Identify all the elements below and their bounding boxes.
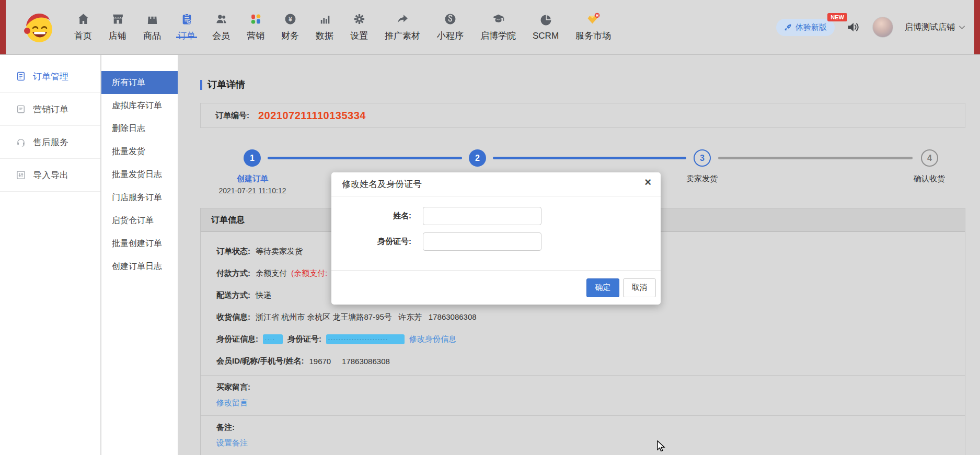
submenu-item-batch-create-orders[interactable]: 批量创建订单 — [101, 232, 178, 255]
member-info-label: 会员ID/昵称/手机号/姓名: — [216, 356, 304, 366]
id-number-input[interactable] — [423, 232, 541, 251]
order-number-panel: 订单编号: 202107211110135334 — [200, 103, 965, 128]
app-logo — [22, 9, 55, 44]
nav-label: 首页 — [74, 30, 92, 42]
storefront-icon — [111, 13, 124, 26]
nav-label: 设置 — [350, 30, 368, 42]
nav-label: 启博学院 — [480, 30, 516, 42]
step-time-create-order: 2021-07-21 11:10:12 — [219, 186, 286, 195]
nav-item-scrm[interactable]: SCRM — [524, 14, 567, 41]
submenu-item-store-service-orders[interactable]: 门店服务订单 — [101, 186, 178, 209]
edit-identity-link[interactable]: 修改身份信息 — [409, 334, 456, 344]
sidebar-item-import-export[interactable]: 导入导出 — [0, 159, 100, 192]
id-name-redacted-chip: ···· — [263, 334, 283, 344]
step-circle-confirm-receipt: 4 — [921, 149, 938, 167]
member-info-value: 19670 17863086308 — [309, 357, 390, 366]
confirm-button[interactable]: 确定 — [586, 278, 619, 297]
headset-icon — [16, 137, 26, 147]
submenu-item-batch-shipping[interactable]: 批量发货 — [101, 140, 178, 163]
nav-item-finance[interactable]: ¥ 财务 — [273, 13, 307, 42]
nav-item-marketing[interactable]: 营销 — [238, 13, 273, 42]
svg-text:H: H — [595, 14, 598, 18]
store-account-menu[interactable]: 启博测试店铺 — [905, 22, 965, 33]
modal-title: 修改姓名及身份证号 — [342, 178, 422, 190]
nav-item-shop[interactable]: 店铺 — [100, 13, 135, 42]
main-nav: 首页 店铺 商品 订单 会员 营销 ¥ — [66, 0, 619, 54]
edit-message-link[interactable]: 修改留言 — [216, 398, 248, 408]
nav-item-data[interactable]: 数据 — [307, 13, 342, 42]
nav-item-promo[interactable]: 推广素材 — [376, 13, 429, 42]
name-field-row: 姓名: — [331, 207, 661, 225]
submenu-item-create-order-log[interactable]: 创建订单日志 — [101, 255, 178, 278]
nav-label: 推广素材 — [385, 30, 420, 42]
nav-item-miniprogram[interactable]: 小程序 — [429, 13, 472, 42]
nav-label: 服务市场 — [575, 30, 611, 42]
id-number-label: 身份证号: — [287, 334, 321, 344]
topbar-right-cluster: 体验新版 NEW 启博测试店铺 — [776, 0, 965, 54]
shopping-bag-icon — [146, 13, 159, 26]
name-field-label: 姓名: — [331, 211, 411, 221]
nav-item-academy[interactable]: 启博学院 — [472, 13, 524, 42]
submenu-item-qihuo-warehouse-orders[interactable]: 启货仓订单 — [101, 209, 178, 232]
member-info-row: 会员ID/昵称/手机号/姓名: 19670 17863086308 — [216, 350, 965, 372]
modal-close-icon[interactable]: × — [644, 177, 651, 188]
buyer-message-label: 买家留言: — [216, 382, 965, 392]
buyer-message-block: 买家留言: 修改留言 — [201, 376, 965, 415]
mouse-cursor — [656, 440, 668, 453]
nav-label: 订单 — [178, 30, 195, 42]
graduation-cap-icon — [492, 13, 505, 26]
page-title-text: 订单详情 — [207, 78, 245, 91]
shipping-address-value: 浙江省 杭州市 余杭区 龙王塘路87-95号 许东芳 17863086308 — [256, 312, 477, 322]
shipping-address-row: 收货信息: 浙江省 杭州市 余杭区 龙王塘路87-95号 许东芳 1786308… — [216, 306, 965, 328]
announcement-speaker-icon[interactable] — [846, 20, 861, 34]
sidebar-item-marketing-orders[interactable]: 营销订单 — [0, 93, 100, 126]
modal-header: 修改姓名及身份证号 — [331, 172, 661, 196]
step-circle-create-order: 1 — [244, 149, 261, 167]
page-title: 订单详情 — [200, 78, 245, 91]
cancel-button[interactable]: 取消 — [623, 278, 656, 297]
miniprogram-icon — [444, 13, 457, 26]
home-icon — [77, 13, 90, 26]
name-input[interactable] — [423, 207, 541, 225]
remark-label: 备注: — [216, 423, 965, 433]
sidebar-item-after-sales[interactable]: 售后服务 — [0, 126, 100, 159]
nav-label: 营销 — [247, 30, 264, 42]
nav-item-service-market[interactable]: H 服务市场 — [567, 13, 619, 42]
import-export-icon — [16, 170, 26, 180]
store-avatar[interactable] — [872, 17, 893, 38]
step-circle-seller-ship: 3 — [694, 149, 711, 167]
nav-item-orders[interactable]: 订单 — [169, 13, 204, 42]
edit-name-id-modal: 修改姓名及身份证号 × 姓名: 身份证号: 确定 取消 — [331, 172, 661, 305]
remark-block: 备注: 设置备注 — [201, 416, 965, 455]
sidebar-item-order-management[interactable]: 订单管理 — [0, 60, 100, 93]
submenu-item-batch-shipping-log[interactable]: 批量发货日志 — [101, 163, 178, 186]
submenu-item-virtual-stock-orders[interactable]: 虚拟库存订单 — [101, 94, 178, 117]
nav-item-settings[interactable]: 设置 — [342, 13, 376, 42]
marketing-order-icon — [16, 104, 26, 114]
bar-chart-icon — [318, 13, 331, 26]
submenu-item-all-orders[interactable]: 所有订单 — [101, 71, 178, 94]
set-remark-link[interactable]: 设置备注 — [216, 438, 248, 448]
gear-icon — [353, 13, 366, 26]
members-icon — [215, 13, 228, 26]
submenu-item-delete-log[interactable]: 删除日志 — [101, 117, 178, 140]
share-arrow-icon — [396, 13, 409, 26]
yen-coin-icon: ¥ — [284, 13, 297, 26]
svg-text:¥: ¥ — [289, 16, 292, 23]
right-edge-strip — [974, 0, 980, 54]
nav-item-home[interactable]: 首页 — [66, 13, 100, 42]
modal-footer: 确定 取消 — [331, 270, 661, 305]
shipping-method-value: 快递 — [256, 290, 271, 300]
sidebar-item-label: 售后服务 — [33, 136, 68, 148]
payment-method-value: 余额支付 — [256, 269, 287, 278]
gem-market-icon: H — [587, 13, 600, 26]
order-number-label: 订单编号: — [215, 111, 249, 121]
order-clipboard-icon — [180, 13, 193, 26]
rocket-icon — [784, 24, 792, 31]
try-new-version-label: 体验新版 — [795, 22, 827, 32]
nav-item-goods[interactable]: 商品 — [135, 13, 169, 42]
nav-item-members[interactable]: 会员 — [204, 13, 238, 42]
id-number-field-label: 身份证号: — [331, 237, 411, 247]
try-new-version-button[interactable]: 体验新版 NEW — [776, 19, 835, 36]
nav-label: SCRM — [533, 31, 559, 41]
